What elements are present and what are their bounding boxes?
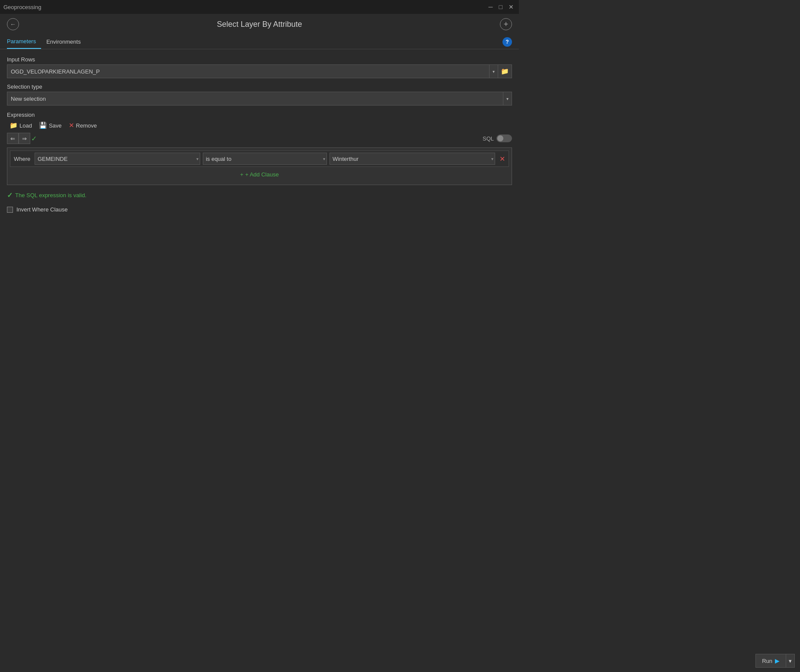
content-area: Input Rows OGD_VELOPARKIERANLAGEN_P ▾ 📁 … (0, 49, 519, 336)
indent-right-button[interactable]: ⇒ (19, 133, 30, 144)
value-select[interactable]: Winterthur (330, 153, 495, 165)
field-select[interactable]: GEMEINDE (35, 153, 200, 165)
load-button[interactable]: 📁 Load (7, 121, 35, 130)
back-icon: ← (10, 21, 16, 28)
input-rows-label: Input Rows (7, 56, 512, 63)
field-select-wrapper: GEMEINDE ▾ (35, 153, 200, 165)
sql-toggle[interactable] (496, 134, 512, 142)
selection-type-row: New selection ▾ (7, 92, 512, 106)
validation-message: ✓ The SQL expression is valid. (7, 191, 512, 199)
back-button[interactable]: ← (7, 18, 19, 30)
tab-parameters[interactable]: Parameters (7, 35, 41, 49)
toggle-knob (497, 135, 503, 141)
input-rows-arrow: ▾ (490, 64, 498, 78)
where-clause-box: Where GEMEINDE ▾ is equal to ▾ (7, 147, 512, 185)
input-rows-folder-button[interactable]: 📁 (498, 64, 512, 78)
add-clause-label: + Add Clause (245, 171, 279, 178)
remove-x-icon: ✕ (69, 122, 74, 129)
expression-label: Expression (7, 112, 512, 118)
window-controls: ─ □ ✕ (487, 3, 515, 11)
invert-checkbox[interactable] (7, 207, 13, 213)
app-title: Geoprocessing (3, 4, 41, 10)
where-row: Where GEMEINDE ▾ is equal to ▾ (10, 150, 509, 167)
main-panel: ← Select Layer By Attribute + Parameters… (0, 14, 519, 336)
where-keyword: Where (12, 156, 32, 162)
load-folder-icon: 📁 (10, 122, 18, 129)
minimize-button[interactable]: ─ (487, 3, 495, 11)
add-button[interactable]: + (500, 18, 512, 30)
expression-toolbar: 📁 Load 💾 Save ✕ Remove (7, 121, 512, 130)
delete-clause-button[interactable]: ✕ (498, 155, 507, 163)
add-clause-plus-icon: + (240, 171, 243, 178)
invert-label: Invert Where Clause (16, 206, 68, 213)
sql-toggle-area: SQL (483, 134, 512, 142)
selection-type-arrow: ▾ (503, 92, 512, 106)
input-rows-select[interactable]: OGD_VELOPARKIERANLAGEN_P (7, 64, 490, 78)
operator-select-wrapper: is equal to ▾ (203, 153, 327, 165)
operator-select[interactable]: is equal to (203, 153, 327, 165)
add-icon: + (504, 20, 509, 29)
folder-icon: 📁 (501, 67, 509, 75)
title-bar: Geoprocessing ─ □ ✕ (0, 0, 519, 14)
invert-checkbox-row: Invert Where Clause (7, 206, 512, 213)
value-select-wrapper: Winterthur ▾ (330, 153, 495, 165)
validate-button[interactable]: ✓ (31, 134, 37, 143)
sql-label: SQL (483, 135, 494, 142)
save-button[interactable]: 💾 Save (36, 121, 64, 130)
close-button[interactable]: ✕ (507, 3, 515, 11)
validation-text: The SQL expression is valid. (15, 192, 86, 198)
tab-bar: Parameters Environments ? (0, 35, 519, 49)
save-disk-icon: 💾 (39, 122, 47, 129)
indent-left-button[interactable]: ⇐ (7, 133, 19, 144)
tab-environments[interactable]: Environments (46, 35, 86, 48)
selection-type-select[interactable]: New selection (7, 92, 503, 106)
remove-button[interactable]: ✕ Remove (66, 121, 99, 130)
add-clause-button[interactable]: + + Add Clause (10, 167, 509, 182)
delete-x-icon: ✕ (499, 155, 505, 163)
input-rows-row: OGD_VELOPARKIERANLAGEN_P ▾ 📁 (7, 64, 512, 78)
panel-title: Select Layer By Attribute (19, 20, 500, 29)
selection-type-label: Selection type (7, 83, 512, 90)
validation-check-icon: ✓ (7, 191, 13, 199)
help-button[interactable]: ? (502, 37, 512, 47)
maximize-button[interactable]: □ (497, 3, 504, 11)
panel-header: ← Select Layer By Attribute + (0, 14, 519, 35)
builder-toolbar: ⇐ ⇒ ✓ SQL (7, 133, 512, 144)
